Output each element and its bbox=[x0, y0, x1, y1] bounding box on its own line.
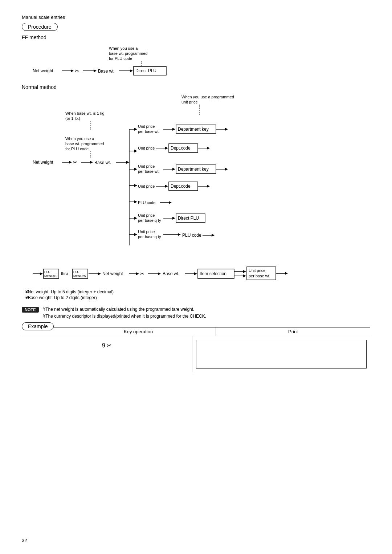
svg-marker-66 bbox=[98, 272, 101, 275]
n-unit-price-row3b: per base wt. bbox=[138, 169, 160, 174]
n-unit-price-row7: Unit price bbox=[138, 229, 155, 234]
svg-marker-70 bbox=[158, 272, 161, 275]
svg-marker-16 bbox=[126, 161, 129, 164]
svg-marker-49 bbox=[169, 201, 172, 204]
svg-marker-12 bbox=[69, 161, 72, 164]
n-dept-key-2: Department key bbox=[178, 167, 209, 172]
svg-marker-33 bbox=[134, 168, 137, 171]
page-number: 32 bbox=[22, 538, 27, 543]
n-unit-price-row1: Unit price bbox=[138, 124, 155, 129]
bd-plu-menu01-line2: MENU01 bbox=[44, 274, 57, 278]
note-text-line2: ¥The currency descriptor is displayed/pr… bbox=[43, 313, 207, 320]
svg-marker-77 bbox=[243, 274, 246, 277]
ff-direct-plu: Direct PLU bbox=[135, 68, 156, 73]
bd-item-selection: Item selection bbox=[200, 271, 226, 276]
note-block: NOTE ¥The net weight is automatically ca… bbox=[22, 306, 370, 320]
normal-method-heading: Normal method bbox=[22, 84, 370, 90]
bd-base-wt: Base wt. bbox=[163, 271, 179, 276]
example-body: 9 ✂ bbox=[22, 336, 370, 372]
notes-area: ¥Net weight: Up to 5 digits (integer + d… bbox=[25, 289, 370, 300]
bottom-diagram: PLU MENU01 thru PLU MENU25 Net weight ✂ … bbox=[29, 261, 370, 289]
svg-marker-42 bbox=[165, 185, 168, 188]
example-cols: Key operation Print bbox=[61, 327, 370, 336]
svg-marker-58 bbox=[178, 233, 181, 236]
n-direct-plu-row6: Direct PLU bbox=[178, 216, 199, 221]
print-header: Print bbox=[216, 327, 370, 336]
ff-callout-line2: base wt. programmed bbox=[109, 51, 147, 56]
note-content: ¥The net weight is automatically calcula… bbox=[43, 306, 207, 320]
svg-marker-56 bbox=[134, 233, 137, 236]
n-unit-price-row3: Unit price bbox=[138, 164, 155, 168]
normal-callout1-l2: unit price bbox=[181, 100, 198, 104]
n-unit-price-row1b: per base wt. bbox=[138, 129, 160, 134]
n-unit-price-row4: Unit price bbox=[138, 184, 155, 188]
n-plu-code-row5: PLU code bbox=[138, 200, 155, 205]
bd-plu-menu025-line1: PLU bbox=[73, 270, 79, 274]
ff-method-heading: FF method bbox=[22, 34, 370, 40]
procedure-badge: Procedure bbox=[22, 23, 58, 31]
example-section: Example Key operation Print 9 ✂ bbox=[22, 327, 370, 372]
n-dept-code-2: Dept.code bbox=[171, 184, 191, 189]
svg-marker-47 bbox=[134, 200, 137, 203]
normal-scissors: ✂ bbox=[73, 159, 77, 165]
bd-thru: thru bbox=[61, 271, 68, 276]
svg-marker-80 bbox=[285, 272, 288, 275]
bd-scissors: ✂ bbox=[140, 271, 144, 277]
svg-marker-38 bbox=[225, 168, 228, 171]
example-header-bar: Example Key operation Print bbox=[22, 327, 370, 336]
svg-marker-40 bbox=[134, 184, 137, 187]
svg-marker-6 bbox=[130, 69, 133, 72]
svg-marker-45 bbox=[207, 185, 210, 188]
svg-marker-60 bbox=[212, 234, 215, 237]
svg-marker-76 bbox=[243, 270, 246, 273]
ff-base-wt: Base wt. bbox=[98, 69, 115, 74]
note-line2: ¥Base weight: Up to 2 digits (integer) bbox=[25, 295, 370, 300]
normal-callout1-l1: When you use a programmed bbox=[181, 95, 234, 99]
normal-callout3-l1: When you use a bbox=[65, 137, 94, 141]
normal-net-weight: Net weight bbox=[33, 160, 53, 165]
bd-net-weight: Net weight bbox=[102, 271, 123, 276]
svg-marker-31 bbox=[207, 147, 210, 150]
normal-base-wt: Base wt. bbox=[94, 160, 111, 165]
n-unit-price-row6b: per base q ty bbox=[138, 218, 161, 223]
normal-diagram: When you use a programmed unit price Whe… bbox=[29, 93, 370, 272]
n-unit-price-row6: Unit price bbox=[138, 213, 155, 217]
ff-net-weight: Net weight bbox=[33, 68, 53, 73]
svg-marker-53 bbox=[172, 217, 175, 220]
svg-marker-19 bbox=[134, 128, 137, 131]
bottom-diagram-svg: PLU MENU01 thru PLU MENU25 Net weight ✂ … bbox=[29, 261, 356, 288]
svg-marker-28 bbox=[165, 147, 168, 150]
n-unit-price-row2: Unit price bbox=[138, 146, 155, 150]
svg-marker-21 bbox=[134, 150, 137, 152]
page-title: Manual scale entries bbox=[22, 15, 370, 20]
note-text-line1: ¥The net weight is automatically calcula… bbox=[43, 306, 207, 313]
note-label: NOTE bbox=[22, 307, 39, 313]
n-dept-code-1: Dept.code bbox=[171, 146, 191, 151]
ff-diagram: When you use a base wt. programmed for P… bbox=[29, 43, 370, 84]
normal-callout2-l1: When base wt. is 1 kg bbox=[65, 111, 105, 115]
example-badge: Example bbox=[22, 322, 54, 330]
ff-callout-line1: When you use a bbox=[109, 46, 138, 50]
svg-marker-2 bbox=[71, 69, 74, 72]
svg-marker-62 bbox=[40, 272, 43, 275]
svg-marker-14 bbox=[90, 161, 93, 164]
ff-scissors: ✂ bbox=[75, 68, 79, 74]
svg-marker-26 bbox=[225, 128, 228, 131]
note-line1: ¥Net weight: Up to 5 digits (integer + d… bbox=[25, 289, 370, 294]
svg-marker-72 bbox=[194, 272, 197, 275]
ff-callout-line3: for PLU code bbox=[109, 56, 132, 61]
bd-unit-price-line1: Unit price bbox=[249, 268, 265, 273]
normal-callout3-l3: for PLU code bbox=[65, 147, 89, 151]
bd-plu-menu025-line2: MENU25 bbox=[73, 274, 86, 278]
svg-marker-51 bbox=[134, 217, 137, 220]
normal-callout3-l2: base wt. programmed bbox=[65, 142, 104, 146]
svg-marker-35 bbox=[172, 168, 175, 171]
n-plu-code-row7: PLU code bbox=[182, 233, 201, 238]
svg-marker-4 bbox=[94, 69, 97, 72]
ff-diagram-svg: When you use a base wt. programmed for P… bbox=[29, 43, 283, 83]
print-body bbox=[196, 340, 367, 368]
n-unit-price-row7b: per base q ty bbox=[138, 235, 161, 239]
svg-marker-23 bbox=[172, 128, 175, 131]
svg-marker-68 bbox=[136, 272, 139, 275]
key-op-header: Key operation bbox=[61, 327, 216, 336]
